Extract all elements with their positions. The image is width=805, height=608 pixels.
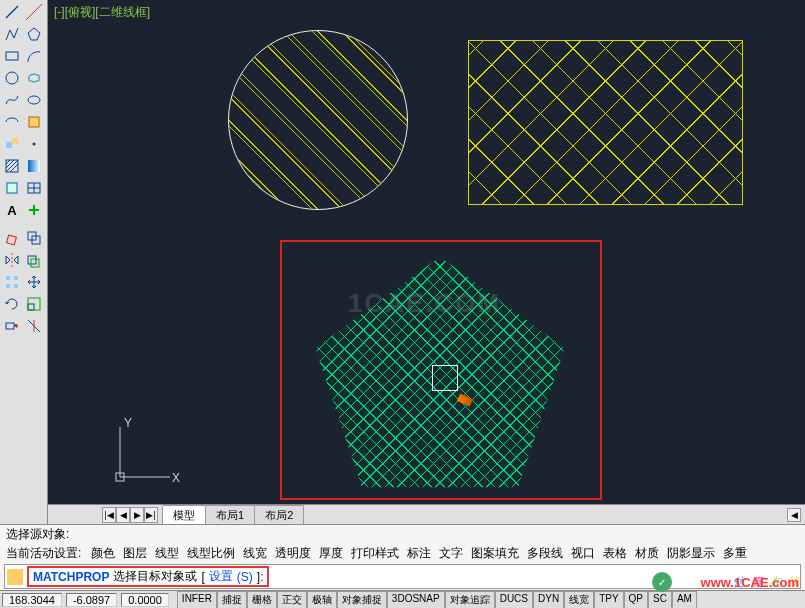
svg-rect-8: [12, 138, 18, 144]
svg-rect-28: [14, 276, 18, 280]
tab-layout2[interactable]: 布局2: [254, 505, 304, 525]
svg-line-11: [6, 160, 10, 164]
tool-region[interactable]: [2, 178, 22, 198]
tab-model[interactable]: 模型: [162, 505, 206, 525]
svg-rect-6: [29, 117, 39, 127]
status-polar[interactable]: 极轴: [307, 591, 337, 609]
svg-text:X: X: [172, 471, 180, 485]
status-ortho[interactable]: 正交: [277, 591, 307, 609]
rectangle-object[interactable]: [468, 40, 743, 205]
tool-hatch[interactable]: [2, 156, 22, 176]
svg-rect-30: [14, 284, 18, 288]
status-infer[interactable]: INFER: [177, 591, 217, 609]
tool-revcloud[interactable]: [24, 68, 44, 88]
command-prompt-highlight: MATCHPROP 选择目标对象或 [设置(S)]:: [27, 566, 269, 587]
status-otrack[interactable]: 对象追踪: [445, 591, 495, 609]
drawing-canvas[interactable]: [-][俯视][二维线框] 1CAE.COM: [48, 0, 805, 504]
tool-arc[interactable]: [24, 46, 44, 66]
coord-x: 168.3044: [2, 593, 62, 607]
draw-toolbar: A: [0, 0, 48, 524]
svg-rect-20: [7, 235, 17, 245]
tool-rotate[interactable]: [2, 294, 22, 314]
svg-text:Y: Y: [124, 416, 132, 430]
tool-array[interactable]: [2, 272, 22, 292]
command-icon: [7, 569, 23, 585]
tool-move[interactable]: [24, 272, 44, 292]
tool-ellipse[interactable]: [24, 90, 44, 110]
tool-offset[interactable]: [24, 250, 44, 270]
coord-z: 0.0000: [121, 593, 169, 607]
status-osnap[interactable]: 对象捕捉: [337, 591, 387, 609]
status-3dosnap[interactable]: 3DOSNAP: [387, 591, 445, 609]
tool-mirror[interactable]: [2, 250, 22, 270]
svg-line-14: [10, 164, 18, 172]
status-snap[interactable]: 捕捉: [217, 591, 247, 609]
hatch-net: [469, 41, 742, 204]
tool-spline[interactable]: [2, 90, 22, 110]
circle-object[interactable]: [228, 30, 408, 210]
status-toggles: INFER 捕捉 栅格 正交 极轴 对象捕捉 3DOSNAP 对象追踪 DUCS…: [177, 591, 697, 609]
tool-circle[interactable]: [2, 68, 22, 88]
tab-nav-prev[interactable]: ◀: [116, 507, 130, 523]
status-tpy[interactable]: TPY: [594, 591, 623, 609]
svg-rect-27: [6, 276, 10, 280]
tool-polygon[interactable]: [24, 24, 44, 44]
tool-erase[interactable]: [2, 228, 22, 248]
svg-rect-16: [7, 183, 17, 193]
status-lwt[interactable]: 线宽: [564, 591, 594, 609]
tool-gradient[interactable]: [24, 156, 44, 176]
svg-line-0: [6, 6, 18, 18]
tab-nav-next[interactable]: ▶: [130, 507, 144, 523]
viewport-controls[interactable]: [-][俯视][二维线框]: [54, 4, 150, 21]
ucs-icon: Y X: [110, 412, 190, 492]
tab-layout1[interactable]: 布局1: [205, 505, 255, 525]
tab-nav-first[interactable]: |◀: [102, 507, 116, 523]
svg-marker-23: [6, 256, 10, 264]
status-grid[interactable]: 栅格: [247, 591, 277, 609]
command-history-1: 选择源对象:: [0, 525, 805, 544]
watermark-center: 1CAE.COM: [348, 288, 501, 319]
status-am[interactable]: AM: [672, 591, 697, 609]
tool-insert[interactable]: [24, 112, 44, 132]
tool-mtext[interactable]: A: [2, 200, 22, 220]
tool-copy[interactable]: [24, 228, 44, 248]
svg-rect-33: [6, 323, 14, 329]
svg-rect-25: [28, 256, 36, 264]
hatch-ansi31: [229, 31, 407, 209]
watermark-site: www.1CAE.com: [701, 575, 799, 590]
svg-marker-24: [14, 256, 18, 264]
svg-rect-3: [6, 52, 18, 60]
svg-line-12: [6, 160, 14, 168]
tool-polyline[interactable]: [2, 24, 22, 44]
tool-table[interactable]: [24, 178, 44, 198]
coord-y: -6.0897: [66, 593, 117, 607]
tool-block[interactable]: [2, 134, 22, 154]
tool-point[interactable]: [24, 134, 44, 154]
tab-nav: |◀ ◀ ▶ ▶|: [102, 507, 158, 523]
tool-line[interactable]: [2, 2, 22, 22]
tab-scroll-left[interactable]: ◀: [787, 508, 801, 522]
tool-addselected[interactable]: [24, 200, 44, 220]
tool-rectangle[interactable]: [2, 46, 22, 66]
tool-xline[interactable]: [24, 2, 44, 22]
status-qp[interactable]: QP: [624, 591, 648, 609]
svg-rect-31: [28, 304, 34, 310]
status-bar: 168.3044 -6.0897 0.0000 INFER 捕捉 栅格 正交 极…: [0, 590, 805, 608]
status-dyn[interactable]: DYN: [533, 591, 564, 609]
status-sc[interactable]: SC: [648, 591, 672, 609]
tool-trim[interactable]: [24, 316, 44, 336]
layout-tabs: |◀ ◀ ▶ ▶| 模型 布局1 布局2 ◀: [48, 504, 805, 524]
svg-rect-15: [28, 160, 40, 172]
svg-rect-26: [31, 259, 39, 267]
tool-scale[interactable]: [24, 294, 44, 314]
tool-stretch[interactable]: [2, 316, 22, 336]
pickbox-cursor: [432, 365, 458, 391]
command-history-2: 当前活动设置: 颜色 图层 线型 线型比例 线宽 透明度 厚度 打印样式 标注 …: [0, 544, 805, 563]
svg-point-4: [6, 72, 18, 84]
command-name: MATCHPROP: [33, 570, 109, 584]
status-ducs[interactable]: DUCS: [495, 591, 533, 609]
svg-point-5: [28, 96, 40, 104]
tool-ellipse-arc[interactable]: [2, 112, 22, 132]
tab-nav-last[interactable]: ▶|: [144, 507, 158, 523]
command-window: 选择源对象: 当前活动设置: 颜色 图层 线型 线型比例 线宽 透明度 厚度 打…: [0, 524, 805, 590]
